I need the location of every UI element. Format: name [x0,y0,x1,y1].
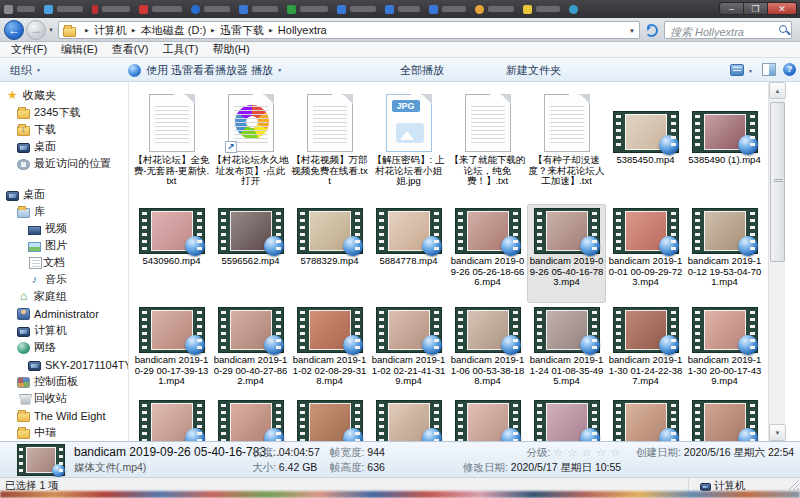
sidebar-item-桌面[interactable]: 桌面 [0,186,128,203]
file-item[interactable]: 【村花论坛】全免费-无套路-更新快.txt [132,87,211,203]
sidebar-item-收藏夹[interactable]: ★收藏夹 [0,87,128,104]
play-all-button[interactable]: 全部播放 [400,58,444,82]
file-item[interactable]: bandicam 2019-10-29 00-17-39-131.mp4 [132,303,211,400]
file-item[interactable]: bandicam 2019-10-29 00-40-27-862.mp4 [211,303,290,400]
breadcrumb-item[interactable]: Hollyextra [278,24,327,36]
taskbar-app[interactable] [385,5,420,14]
file-item[interactable]: bandicam 2019-10-01 00-09-29-723.mp4 [606,204,685,303]
taskbar-app[interactable] [429,5,466,14]
file-item[interactable]: bandicam 2019-11-30 01-24-22-387.mp4 [606,303,685,400]
file-item[interactable] [527,400,606,441]
taskbar-app[interactable] [139,5,182,14]
menu-item[interactable]: 编辑(E) [54,42,105,57]
sidebar-item-视频[interactable]: 视频 [0,220,128,237]
file-item[interactable]: bandicam 2019-09-26 05-26-18-666.mp4 [448,204,527,303]
minimize-button[interactable]: – [719,2,743,15]
taskbar-app[interactable] [44,5,83,14]
menu-item[interactable]: 帮助(H) [205,42,256,57]
sidebar-item-桌面[interactable]: 桌面 [0,138,128,155]
sidebar-item-网络[interactable]: 网络 [0,339,128,356]
vertical-scrollbar[interactable]: ▲ ▼ [768,82,785,441]
sidebar-item-中瑞[interactable]: 中瑞 [0,424,128,441]
forward-button[interactable]: → [26,20,46,40]
rating-stars[interactable]: ☆ ☆ ☆ ☆ ☆ [553,446,621,458]
sidebar-item-Administrator[interactable]: Administrator [0,305,128,322]
sidebar-item-库[interactable]: 库 [0,203,128,220]
file-item[interactable]: 5385490 (1).mp4 [685,87,764,203]
file-item-label: 5596562.mp4 [212,256,289,267]
breadcrumb-item[interactable]: 计算机 [94,23,127,38]
resize-grip[interactable] [788,479,799,490]
change-view-caret-icon[interactable]: ▼ [748,68,753,74]
file-item[interactable]: bandicam 2019-11-02 02-21-41-319.mp4 [369,303,448,400]
taskbar-app[interactable] [239,5,278,14]
file-item[interactable] [448,400,527,441]
sidebar-item-回收站[interactable]: 回收站 [0,390,128,407]
nav-history-caret-icon[interactable]: ▼ [48,27,54,33]
file-item[interactable] [211,400,290,441]
menu-item[interactable]: 查看(V) [105,42,156,57]
taskbar-app[interactable] [4,5,35,14]
menu-item[interactable]: 文件(F) [4,42,54,57]
sidebar-item-文档[interactable]: 文档 [0,254,128,271]
file-item[interactable]: 5430960.mp4 [132,204,211,303]
taskbar-app[interactable] [523,5,560,14]
play-with-player-button[interactable]: 使用 迅雷看看播放器 播放 ▼ [128,58,282,82]
sidebar-item-SKY-20171104TY[interactable]: SKY-20171104TY [0,356,128,373]
taskbar-app[interactable] [191,5,230,14]
breadcrumb-item[interactable]: 迅雷下载 [220,23,264,38]
sidebar-item-The Wild Eight[interactable]: The Wild Eight [0,407,128,424]
taskbar-app[interactable] [475,5,514,14]
scroll-up-icon[interactable]: ▲ [769,82,786,99]
file-item[interactable] [606,400,685,441]
file-item[interactable] [290,400,369,441]
sidebar-item-2345下载[interactable]: 2345下载 [0,104,128,121]
sidebar-item-控制面板[interactable]: 控制面板 [0,373,128,390]
taskbar-app[interactable] [287,5,328,14]
taskbar-app[interactable] [569,5,578,14]
file-item[interactable]: bandicam 2019-11-30 20-00-17-439.mp4 [685,303,764,400]
menu-item[interactable]: 工具(T) [155,42,205,57]
scrollbar-thumb[interactable] [770,102,785,262]
taskbar-app[interactable] [92,5,130,14]
file-item[interactable]: 【来了就能下载的论坛，纯免费！】.txt [448,87,527,203]
preview-pane-button[interactable] [762,63,776,76]
refresh-button[interactable] [644,23,659,38]
breadcrumb-item[interactable]: 本地磁盘 (D:) [141,23,206,38]
file-item[interactable]: 5385450.mp4 [606,87,685,203]
scroll-down-icon[interactable]: ▼ [769,424,786,441]
sidebar-item-下载[interactable]: 下载 [0,121,128,138]
maximize-button[interactable]: ❐ [743,2,767,15]
file-item[interactable] [685,400,764,441]
file-item[interactable]: 5788329.mp4 [290,204,369,303]
file-item[interactable]: bandicam 2019-10-12 19-53-04-701.mp4 [685,204,764,303]
file-item[interactable] [369,400,448,441]
sidebar-item-家庭组[interactable]: ⌂家庭组 [0,288,128,305]
text-file-icon [149,94,195,152]
file-item[interactable]: JPG【解压密码】: 上村花论坛看小姐姐.jpg [369,87,448,203]
breadcrumb[interactable]: ▶计算机▶本地磁盘 (D:)▶迅雷下载▶Hollyextra ▼ [58,21,640,39]
file-item[interactable]: bandicam 2019-11-24 01-08-35-495.mp4 [527,303,606,400]
search-input[interactable] [665,24,771,40]
sidebar-item-最近访问的位置[interactable]: 最近访问的位置 [0,155,128,172]
organize-button[interactable]: 组织 ▼ [10,58,41,82]
file-item[interactable]: bandicam 2019-09-26 05-40-16-783.mp4 [527,204,606,303]
help-button[interactable]: ? [783,63,796,76]
file-item[interactable]: 【有种子却没速度？来村花论坛人工加速】.txt [527,87,606,203]
file-item[interactable]: bandicam 2019-11-06 00-53-38-188.mp4 [448,303,527,400]
sidebar-item-音乐[interactable]: ♪音乐 [0,271,128,288]
file-item[interactable] [132,400,211,441]
change-view-button[interactable] [730,64,744,76]
file-item[interactable]: 【村花视频】万部视频免费在线看.txt [290,87,369,203]
file-item[interactable]: ↗【村花论坛永久地址发布页】-点此打开 [211,87,290,203]
taskbar-app[interactable] [337,5,376,14]
new-folder-button[interactable]: 新建文件夹 [506,58,561,82]
sidebar-item-计算机[interactable]: 计算机 [0,322,128,339]
file-item[interactable]: bandicam 2019-11-02 02-08-29-318.mp4 [290,303,369,400]
back-button[interactable]: ← [4,20,24,40]
close-button[interactable]: ✕ [767,2,797,15]
address-dropdown-icon[interactable]: ▼ [629,28,635,34]
file-item[interactable]: 5884778.mp4 [369,204,448,303]
file-item[interactable]: 5596562.mp4 [211,204,290,303]
sidebar-item-图片[interactable]: 图片 [0,237,128,254]
